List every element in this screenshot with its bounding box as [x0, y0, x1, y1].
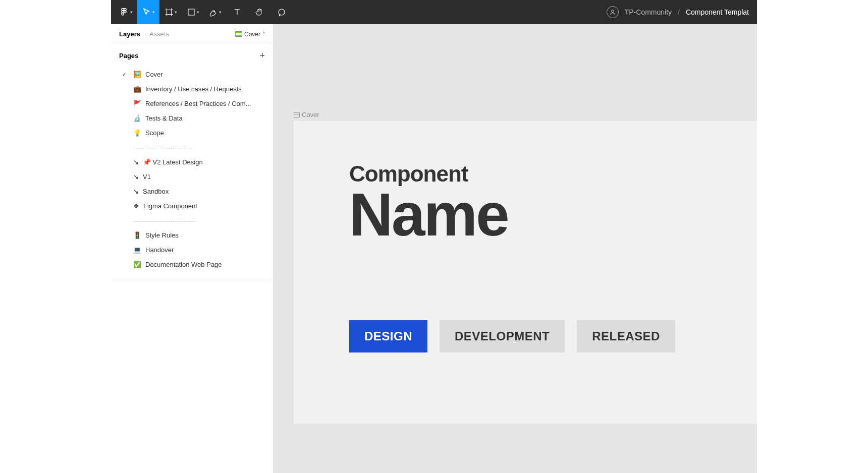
status-row: DESIGNDEVELOPMENTRELEASED: [349, 320, 701, 352]
page-emoji-icon: ↘: [133, 173, 139, 181]
text-tool-button[interactable]: [226, 0, 248, 24]
page-label: Figma Component: [143, 202, 197, 210]
check-icon: ✓: [122, 71, 127, 78]
page-emoji-icon: 🔬: [133, 114, 141, 122]
page-emoji-icon: 🖼️: [133, 71, 141, 78]
move-tool-button[interactable]: ▾: [137, 0, 159, 24]
status-badge-released: RELEASED: [577, 320, 675, 352]
page-emoji-icon: ✅: [133, 261, 141, 268]
pages-header: Pages +: [111, 43, 273, 66]
page-emoji-icon: 💼: [133, 85, 141, 93]
panel-tabs: Layers Assets Cover ˄: [111, 24, 273, 43]
page-emoji-icon: 💻: [133, 246, 141, 254]
page-item[interactable]: ↘V1: [111, 169, 273, 184]
page-label: Cover: [145, 71, 163, 78]
svg-rect-4: [122, 13, 124, 16]
comment-tool-button[interactable]: [270, 0, 293, 24]
page-label: Scope: [145, 129, 164, 137]
page-item[interactable]: ✅Documentation Web Page: [111, 257, 273, 272]
toolbar-right: TP-Community / Component Templat: [607, 6, 753, 18]
user-avatar[interactable]: [607, 6, 619, 18]
left-panel: Layers Assets Cover ˄ Pages + ✓🖼️Cover💼I…: [111, 24, 274, 473]
status-badge-development: DEVELOPMENT: [440, 320, 565, 352]
page-item[interactable]: 💼Inventory / Use cases / Requests: [111, 82, 273, 96]
page-list: ✓🖼️Cover💼Inventory / Use cases / Request…: [111, 66, 273, 279]
page-label: Tests & Data: [145, 114, 183, 122]
page-item[interactable]: 🔬Tests & Data: [111, 111, 273, 126]
canvas[interactable]: Cover Component Name DESIGNDEVELOPMENTRE…: [274, 24, 757, 473]
page-item[interactable]: 🚩References / Best Practices / Com...: [111, 96, 273, 111]
frame-icon: [294, 112, 300, 117]
figma-menu-button[interactable]: ▾: [115, 0, 137, 24]
chevron-down-icon: ▾: [175, 10, 177, 15]
cover-frame[interactable]: Component Name DESIGNDEVELOPMENTRELEASED: [294, 121, 757, 424]
page-label: Documentation Web Page: [145, 261, 222, 268]
chevron-down-icon: ▾: [152, 10, 155, 15]
cover-title-big: Name: [349, 184, 701, 245]
breadcrumb-separator: /: [678, 8, 680, 16]
frame-label-text: Cover: [302, 111, 319, 119]
frame-tool-button[interactable]: ▾: [159, 0, 182, 24]
page-divider: ---------------------------: [111, 140, 273, 155]
hand-tool-button[interactable]: [248, 0, 270, 24]
svg-point-13: [611, 10, 614, 13]
page-emoji-icon: 🚩: [133, 100, 141, 107]
body: Layers Assets Cover ˄ Pages + ✓🖼️Cover💼I…: [111, 24, 757, 473]
svg-rect-3: [124, 11, 126, 13]
page-label: Handover: [145, 246, 174, 254]
page-label: Inventory / Use cases / Requests: [145, 85, 242, 93]
chevron-down-icon: ▾: [219, 10, 222, 15]
main-toolbar: ▾ ▾ ▾ ▾ ▾ TP-Commu: [111, 0, 757, 24]
page-item[interactable]: ↘Sandbox: [111, 184, 273, 199]
status-badge-design: DESIGN: [349, 320, 427, 352]
page-label: 📌 V2 Latest Design: [143, 158, 203, 166]
breadcrumb-team[interactable]: TP-Community: [625, 8, 672, 16]
page-item[interactable]: 💻Handover: [111, 243, 273, 257]
frame-nav-dropdown[interactable]: Cover ˄: [235, 31, 265, 38]
page-item[interactable]: ↘📌 V2 Latest Design: [111, 155, 273, 169]
page-emoji-icon: ❖: [133, 202, 139, 210]
cover-thumbnail-icon: [235, 31, 242, 37]
add-page-button[interactable]: +: [259, 50, 265, 61]
page-label: Style Rules: [145, 231, 179, 239]
page-label: Sandbox: [143, 188, 169, 195]
page-emoji-icon: 🚦: [133, 231, 141, 239]
pen-tool-button[interactable]: ▾: [204, 0, 226, 24]
frame-label[interactable]: Cover: [294, 111, 319, 119]
pages-title: Pages: [119, 52, 138, 60]
page-item[interactable]: 🚦Style Rules: [111, 228, 273, 243]
frame-nav-label: Cover: [244, 31, 260, 38]
svg-rect-9: [188, 9, 194, 15]
chevron-down-icon: ▾: [197, 10, 199, 15]
chevron-down-icon: ▾: [130, 10, 133, 15]
chevron-up-icon: ˄: [262, 31, 265, 37]
breadcrumb-file[interactable]: Component Templat: [686, 8, 749, 16]
app-root: ▾ ▾ ▾ ▾ ▾ TP-Commu: [0, 0, 868, 473]
page-label: References / Best Practices / Com...: [145, 100, 251, 107]
shape-tool-button[interactable]: ▾: [182, 0, 204, 24]
page-emoji-icon: ↘: [133, 158, 139, 166]
page-emoji-icon: ↘: [133, 188, 139, 195]
page-item[interactable]: 💡Scope: [111, 126, 273, 140]
page-divider: ----------------------------: [111, 213, 273, 228]
page-item[interactable]: ❖Figma Component: [111, 199, 273, 213]
page-label: V1: [143, 173, 151, 181]
tab-layers[interactable]: Layers: [119, 30, 140, 38]
page-item[interactable]: ✓🖼️Cover: [111, 67, 273, 82]
tab-assets[interactable]: Assets: [149, 30, 169, 38]
page-emoji-icon: 💡: [133, 129, 141, 137]
